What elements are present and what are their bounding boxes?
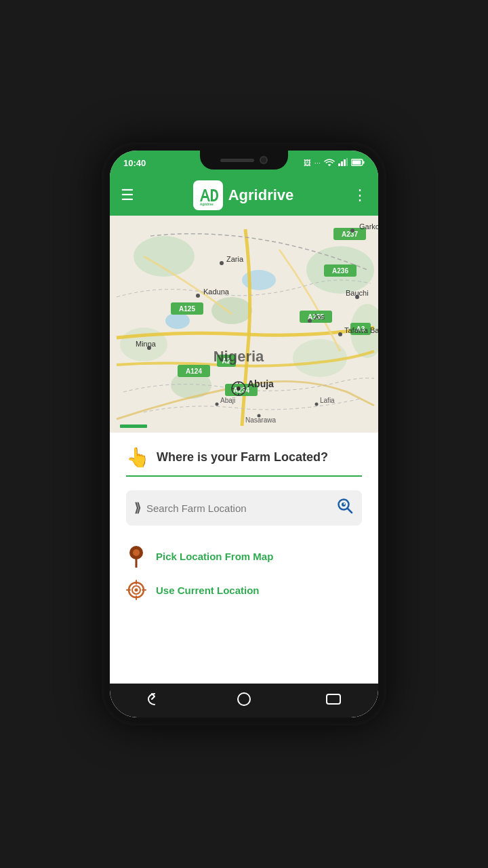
speaker: [220, 159, 254, 162]
search-row[interactable]: ⟫: [126, 490, 362, 526]
svg-point-70: [344, 503, 345, 505]
svg-point-40: [220, 261, 224, 265]
svg-text:Lafia: Lafia: [320, 397, 335, 404]
pointing-hand-icon: 👆: [126, 446, 150, 469]
svg-point-48: [308, 319, 312, 323]
section-divider: [126, 475, 362, 477]
target-icon: [126, 580, 146, 600]
svg-text:A125: A125: [179, 305, 195, 313]
camera: [260, 156, 268, 164]
notch: [200, 151, 288, 170]
more-status-icon: ···: [314, 159, 321, 167]
svg-text:Minna: Minna: [136, 340, 157, 348]
svg-point-38: [350, 229, 354, 233]
search-lens-icon[interactable]: [336, 497, 354, 519]
phone-screen: 10:40 🖼 ···: [110, 151, 378, 717]
svg-rect-6: [363, 161, 365, 163]
svg-text:Nigeria: Nigeria: [214, 348, 264, 365]
svg-point-75: [135, 589, 138, 592]
svg-text:Tafawa Balewa: Tafawa Balewa: [344, 326, 378, 334]
svg-text:Zaria: Zaria: [226, 255, 244, 263]
svg-rect-0: [338, 163, 340, 166]
current-location-label: Use Current Location: [156, 585, 260, 596]
svg-point-18: [242, 270, 276, 290]
svg-text:Abuja: Abuja: [247, 378, 274, 389]
app-header: ☰ Agridrive Agridrive: [110, 175, 378, 216]
svg-rect-81: [327, 694, 340, 704]
svg-text:A237: A237: [342, 231, 358, 238]
wifi-icon: [324, 158, 335, 167]
more-options-icon[interactable]: ⋮: [352, 186, 367, 204]
status-icons: 🖼 ···: [304, 158, 365, 167]
signal-icon: [338, 158, 348, 167]
svg-text:Kaduna: Kaduna: [203, 288, 230, 296]
svg-point-10: [134, 236, 195, 277]
svg-text:Garko: Garko: [359, 222, 378, 231]
current-location-row[interactable]: Use Current Location: [126, 573, 362, 607]
svg-rect-5: [352, 160, 361, 164]
pin-icon: [126, 546, 146, 566]
svg-text:Jos: Jos: [313, 313, 325, 321]
app-name: Agridrive: [228, 186, 294, 204]
search-farm-input[interactable]: [146, 502, 331, 514]
svg-rect-3: [346, 158, 348, 166]
svg-line-68: [348, 509, 352, 513]
phone-frame: 10:40 🖼 ···: [102, 142, 386, 726]
svg-rect-66: [120, 425, 147, 428]
search-arrow-icon: ⟫: [134, 500, 141, 515]
map-container[interactable]: A237 A236 A235 A125 A124 A234 A2 A3: [110, 216, 378, 433]
svg-point-69: [342, 502, 346, 507]
battery-icon: [351, 159, 365, 167]
svg-point-12: [211, 297, 252, 324]
pick-location-label: Pick Location From Map: [156, 551, 273, 562]
logo-box: Agridrive: [193, 180, 223, 210]
nav-recent-button[interactable]: [325, 693, 342, 709]
svg-text:Agridrive: Agridrive: [200, 203, 214, 206]
svg-point-50: [338, 332, 342, 336]
svg-text:Nasarawa: Nasarawa: [245, 416, 276, 424]
svg-point-54: [237, 387, 241, 391]
bottom-sheet: 👆 Where is your Farm Located? ⟫: [110, 433, 378, 684]
pick-location-row[interactable]: Pick Location From Map: [126, 539, 362, 573]
svg-point-72: [133, 549, 140, 556]
svg-point-14: [293, 339, 347, 377]
header-title-area: Agridrive Agridrive: [193, 180, 294, 210]
menu-icon[interactable]: ☰: [121, 186, 134, 204]
svg-rect-1: [341, 161, 343, 166]
photo-icon: 🖼: [304, 159, 311, 167]
nav-back-button[interactable]: [146, 691, 163, 711]
svg-point-80: [238, 693, 250, 705]
svg-rect-2: [344, 159, 346, 166]
farm-location-question: Where is your Farm Located?: [157, 450, 328, 465]
svg-point-64: [315, 403, 319, 406]
svg-text:Bauchi: Bauchi: [346, 289, 369, 297]
bottom-nav: [110, 684, 378, 717]
status-time: 10:40: [123, 158, 146, 168]
svg-point-60: [216, 403, 219, 406]
svg-point-42: [196, 294, 200, 298]
svg-text:Abaji: Abaji: [220, 397, 235, 404]
logo-ad-text: Agridrive: [196, 182, 220, 208]
svg-text:A124: A124: [186, 368, 202, 375]
svg-point-17: [165, 313, 190, 329]
svg-text:A236: A236: [332, 267, 348, 275]
farm-location-title: 👆 Where is your Farm Located?: [126, 446, 362, 469]
nav-home-button[interactable]: [236, 691, 252, 711]
